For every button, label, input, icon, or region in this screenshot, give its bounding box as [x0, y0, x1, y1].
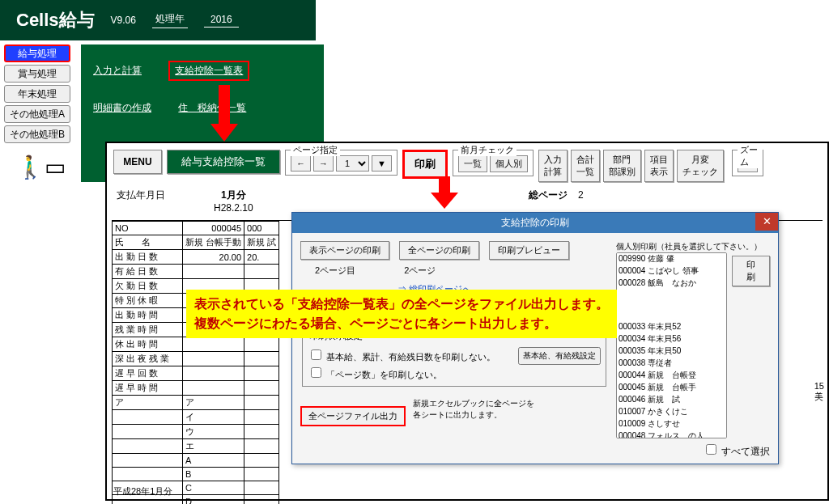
close-button[interactable]: ✕ [755, 213, 778, 231]
menu-button[interactable]: MENU [113, 150, 162, 174]
th: ア [113, 396, 183, 410]
totalpage: 2 [578, 189, 584, 201]
option-buttons: 入力 計算 合計 一覧 部門 部課別 項目 表示 月変 チェック [538, 150, 724, 182]
page-group: ページ指定 ← → 1 ▼ [285, 150, 397, 176]
date: H28.2.10 [214, 202, 253, 214]
th-no: NO [113, 222, 183, 235]
totalpage-label: 総ページ [529, 189, 568, 201]
th: 特 別 休 暇 [113, 294, 183, 308]
cell: イ [183, 410, 244, 425]
link-input[interactable]: 入力と計算 [93, 64, 142, 78]
cell: 000045 [183, 222, 244, 235]
th: 出 勤 時 間 [113, 308, 183, 323]
sidebar-item-other-a[interactable]: その他処理A [4, 105, 70, 123]
cell: 20. [244, 250, 279, 265]
indiv-print-button[interactable]: 印刷 [732, 256, 770, 286]
link-detail[interactable]: 明細書の作成 [93, 101, 151, 115]
chk-basic[interactable]: 基本給、累計、有給残日数を印刷しない。 [308, 352, 495, 362]
month: 1月分 [221, 188, 246, 202]
prevmonth-group: 前月チェック 一覧 個人別 [453, 150, 534, 176]
th: 遅 早 時 間 [113, 381, 183, 396]
cell: ア [183, 396, 244, 410]
th: 欠 勤 日 数 [113, 279, 183, 294]
print-settings-group: 印刷表示設定 基本給、累計、有給残日数を印刷しない。 基本給、有給残設定 「ペー… [302, 330, 606, 387]
opt-input[interactable]: 入力 計算 [538, 150, 568, 182]
app-title: Cells給与 [16, 8, 95, 32]
sidebar: 給与処理 賞与処理 年末処理 その他処理A その他処理B [4, 44, 70, 143]
app-header: Cells給与 V9.06 処理年 2016 [0, 0, 316, 40]
zoom-group: ズーム － [732, 150, 763, 176]
cell: B [183, 468, 244, 481]
cell: 新規 試 [244, 235, 279, 250]
output-note: 新規エクセルブックに全ページを 各シートに出力します。 [413, 398, 534, 421]
prevmonth-label: 前月チェック [458, 144, 517, 156]
dialog-title: 支給控除の印刷 ✕ [292, 213, 778, 233]
page-a: 2ページ目 [315, 265, 355, 277]
cell: 000 [244, 222, 279, 235]
opt-change[interactable]: 月変 チェック [677, 150, 724, 182]
person-icon: 🚶‍♂️▭ [16, 154, 66, 180]
zoom-label: ズーム [738, 144, 763, 168]
deduction-list-button[interactable]: 給与支給控除一覧 [167, 150, 280, 174]
sidebar-item-salary[interactable]: 給与処理 [4, 44, 70, 62]
opt-item[interactable]: 項目 表示 [644, 150, 674, 182]
link-tax[interactable]: 住 税納付一覧 [178, 101, 246, 115]
employee-list[interactable]: 009990 佐藤 肇000004 こばやし 領事000028 飯島 なおか00… [616, 252, 727, 438]
year-value[interactable]: 2016 [204, 14, 239, 28]
chk-pagenum[interactable]: 「ページ数」を印刷しない。 [308, 370, 442, 379]
chk-select-all[interactable]: すべて選択 [703, 446, 770, 457]
basic-settings-button[interactable]: 基本給、有給残設定 [518, 347, 601, 365]
page-group-label: ページ指定 [291, 144, 340, 156]
print-button[interactable]: 印刷 [402, 150, 448, 179]
print-preview-button[interactable]: 印刷プレビュー [489, 241, 569, 260]
employee-list-label: 個人別印刷（社員を選択して下さい。） [616, 241, 770, 252]
page-dropdown-button[interactable]: ▼ [372, 155, 392, 172]
output-all-button[interactable]: 全ページファイル出力 [300, 406, 406, 426]
cell: A [183, 454, 244, 468]
cell: D [183, 495, 244, 505]
sidebar-item-bonus[interactable]: 賞与処理 [4, 65, 70, 83]
th: 休 出 時 間 [113, 337, 183, 352]
th: 出 勤 日 数 [113, 250, 183, 265]
prevmonth-indiv-button[interactable]: 個人別 [490, 155, 528, 172]
print-displayed-button[interactable]: 表示ページの印刷 [300, 241, 389, 260]
th: 遅 早 回 数 [113, 366, 183, 381]
year-label: 処理年 [152, 12, 188, 28]
prevmonth-list-button[interactable]: 一覧 [458, 155, 487, 172]
page-select[interactable]: 1 [336, 155, 369, 172]
th: 残 業 時 間 [113, 323, 183, 337]
th: 有 給 日 数 [113, 265, 183, 279]
paydate-label: 支払年月日 [117, 188, 165, 214]
prev-page-button[interactable]: ← [291, 155, 311, 172]
link-deduction-list[interactable]: 支給控除一覧表 [168, 61, 249, 81]
opt-total[interactable]: 合計 一覧 [571, 150, 600, 182]
page-b: 2ページ [404, 265, 436, 277]
footer-date: 平成28年1月分 [113, 485, 172, 498]
cell: 新規 台帳手動 [183, 235, 244, 250]
cell: ウ [183, 425, 244, 439]
app-version: V9.06 [111, 15, 136, 26]
sidebar-item-other-b[interactable]: その他処理B [4, 125, 70, 143]
th: 深 出 夜 残 業 [113, 352, 183, 366]
th-name: 氏 名 [113, 235, 183, 250]
cell: 20.00 [183, 250, 244, 265]
highlight-note: 表示されている「支給控除一覧表」の全ページをファイル出力します。 複数ページにわ… [186, 290, 617, 338]
print-dialog: 支給控除の印刷 ✕ 表示ページの印刷 全ページの印刷 印刷プレビュー 2ページ目… [291, 212, 779, 464]
right-edge: 15 美 [814, 381, 824, 403]
toolbar: MENU 給与支給控除一覧 ページ指定 ← → 1 ▼ 印刷 前月チェック 一覧… [107, 143, 827, 185]
cell: エ [183, 439, 244, 454]
cell: C [183, 481, 244, 495]
sidebar-item-yearend[interactable]: 年末処理 [4, 85, 70, 103]
print-all-button[interactable]: 全ページの印刷 [399, 241, 479, 260]
opt-dept[interactable]: 部門 部課別 [603, 150, 641, 182]
next-page-button[interactable]: → [313, 155, 334, 172]
